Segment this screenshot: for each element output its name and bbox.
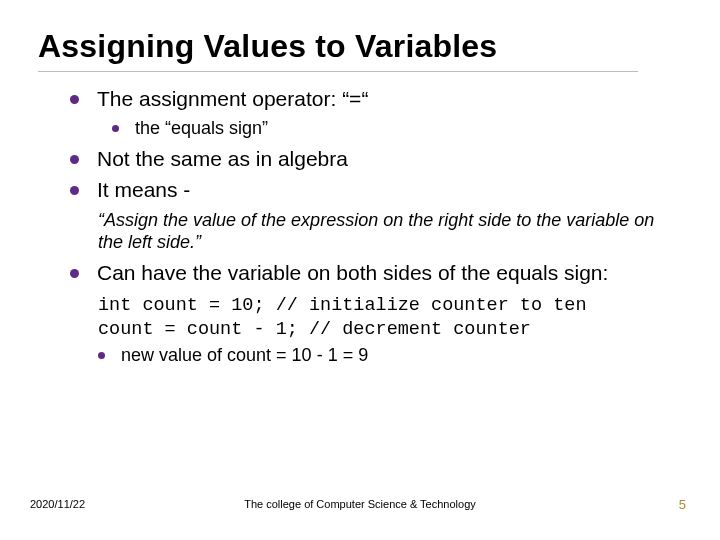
sub-bullet-item: the “equals sign” [112,117,690,140]
bullet-item: It means - [70,177,690,204]
slide-content: The assignment operator: “=“ the “equals… [0,72,720,367]
quote-text: “Assign the value of the expression on t… [70,208,690,260]
sub-bullet-text: new value of count = 10 - 1 = 9 [121,344,368,367]
bullet-item: Can have the variable on both sides of t… [70,260,690,287]
bullet-icon [98,352,105,359]
code-block: int count = 10; // initialize counter to… [70,290,690,343]
sub-bullet-item: new value of count = 10 - 1 = 9 [98,344,690,367]
bullet-item: The assignment operator: “=“ [70,86,690,113]
bullet-icon [70,269,79,278]
code-line: int count = 10; // initialize counter to… [98,295,586,316]
bullet-icon [70,95,79,104]
sub-bullet-text: the “equals sign” [135,117,268,140]
bullet-icon [70,186,79,195]
footer-date: 2020/11/22 [30,498,85,510]
slide-title: Assigning Values to Variables [38,28,720,65]
bullet-text: The assignment operator: “=“ [97,86,368,113]
bullet-text: It means - [97,177,190,204]
code-line: count = count - 1; // decrement counter [98,319,531,340]
bullet-icon [112,125,119,132]
footer-center: The college of Computer Science & Techno… [0,498,720,510]
bullet-item: Not the same as in algebra [70,146,690,173]
bullet-text: Not the same as in algebra [97,146,348,173]
bullet-icon [70,155,79,164]
footer-page-number: 5 [679,497,686,512]
bullet-text: Can have the variable on both sides of t… [97,260,608,287]
slide-footer: 2020/11/22 The college of Computer Scien… [0,498,720,510]
